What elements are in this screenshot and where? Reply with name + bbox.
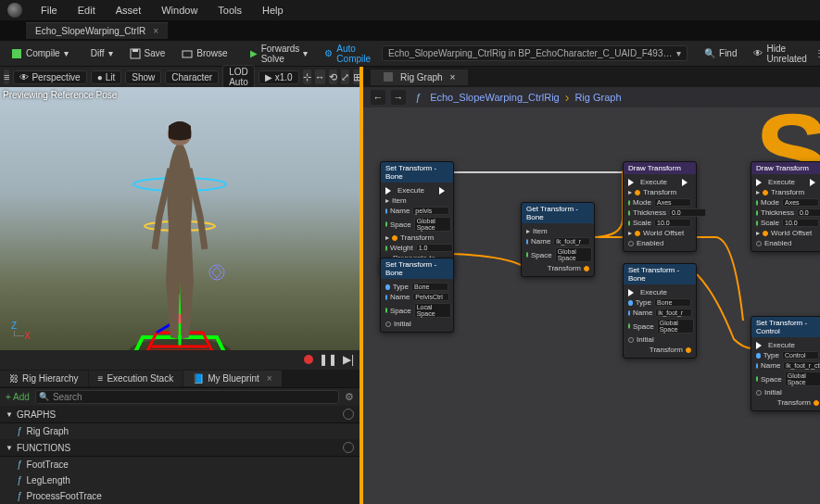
section-graphs[interactable]: ▼GRAPHS <box>0 406 360 423</box>
unreal-logo-icon <box>7 3 22 18</box>
pause-button[interactable]: ❚❚ <box>319 353 337 366</box>
graph-tab[interactable]: Rig Graph× <box>371 69 468 85</box>
function-item[interactable]: ƒFootTrace <box>0 457 360 472</box>
document-tab-bar: Echo_SlopeWarping_CtrlR × <box>0 20 820 41</box>
character-mesh <box>124 96 235 350</box>
breadcrumb: ← → ƒ Echo_SlopeWarping_CtrlRig › Rig Gr… <box>363 87 820 107</box>
asset-path-dropdown[interactable]: Echo_SlopeWarping_CtrlRig in BP_EchoChar… <box>382 45 688 61</box>
compile-button[interactable]: Compile▾ <box>6 45 74 62</box>
menu-edit[interactable]: Edit <box>69 3 105 18</box>
menu-window[interactable]: Window <box>152 3 207 18</box>
panel-toolbar: + Add Search ⚙ <box>0 388 360 407</box>
transform-scale-button[interactable]: ⤢ <box>341 69 349 84</box>
character-dropdown[interactable]: Character <box>165 70 219 84</box>
viewport-toolbar: ≡ 👁 Perspective ● Lit Show Character LOD… <box>0 67 360 87</box>
node-get-transform-bone[interactable]: Get Transform - Bone ▸ Item Nameik_foot_… <box>521 202 595 277</box>
close-icon[interactable]: × <box>267 373 272 384</box>
lit-dropdown[interactable]: ● Lit <box>91 70 122 84</box>
function-item[interactable]: ƒProcessFootTrace <box>0 488 360 504</box>
playback-bar: ❚❚ ▶| <box>0 350 360 370</box>
tab-execution-stack[interactable]: ≡ Execution Stack <box>89 371 183 386</box>
function-item[interactable]: ƒLegLength <box>0 472 360 488</box>
show-dropdown[interactable]: Show <box>125 70 161 84</box>
document-tab-label: Echo_SlopeWarping_CtrlR <box>35 26 145 36</box>
transform-move-button[interactable]: ↔ <box>315 69 325 84</box>
add-graph-icon[interactable] <box>343 409 354 420</box>
close-icon[interactable]: × <box>450 72 456 82</box>
step-button[interactable]: ▶| <box>343 353 354 366</box>
record-button[interactable] <box>304 355 313 364</box>
add-function-icon[interactable] <box>343 442 354 453</box>
viewport-status-label: Previewing Reference Pose <box>3 90 117 100</box>
menu-bar: File Edit Asset Window Tools Help <box>0 0 820 20</box>
search-input[interactable]: Search <box>35 390 339 404</box>
lod-dropdown[interactable]: LOD Auto <box>222 65 255 89</box>
menu-asset[interactable]: Asset <box>107 3 151 18</box>
tab-my-blueprint[interactable]: 📘 My Blueprint× <box>183 371 281 386</box>
browse-button[interactable]: Browse <box>176 45 233 62</box>
function-icon: ƒ <box>415 92 421 103</box>
menu-tools[interactable]: Tools <box>208 3 251 18</box>
gear-icon[interactable]: ⚙ <box>345 391 354 403</box>
graph-icon <box>384 72 393 82</box>
transform-select-button[interactable]: ⊹ <box>303 69 311 84</box>
auto-compile-button[interactable]: ⚙Auto Compile <box>319 41 376 67</box>
node-set-transform-bone-3[interactable]: Set Transform - Bone Execute TypeBone Na… <box>623 263 697 359</box>
nav-back-button[interactable]: ← <box>371 90 385 105</box>
bottom-panel-tabs: ⛓ Rig Hierarchy ≡ Execution Stack 📘 My B… <box>0 370 360 388</box>
svg-rect-3 <box>183 51 192 57</box>
add-button[interactable]: + Add <box>6 392 30 402</box>
node-draw-transform-1[interactable]: Draw Transform Execute ▸Transform ModeAx… <box>623 161 697 252</box>
transform-rotate-button[interactable]: ⟲ <box>329 69 337 84</box>
toolbar: Compile▾ Diff▾ Save Browse ▶Forwards Sol… <box>0 41 820 67</box>
graph-tabs: Rig Graph× <box>363 67 820 87</box>
section-functions[interactable]: ▼FUNCTIONS <box>0 439 360 457</box>
graph-item-rig-graph[interactable]: ƒRig Graph <box>0 423 360 439</box>
axis-gizmo: Z └─X <box>11 321 31 341</box>
speed-button[interactable]: ▶ x1.0 <box>259 70 299 84</box>
chevron-right-icon: › <box>565 90 570 105</box>
forwards-solve-button[interactable]: ▶Forwards Solve▾ <box>245 41 314 67</box>
menu-file[interactable]: File <box>32 3 67 18</box>
nav-forward-button[interactable]: → <box>391 90 406 105</box>
breadcrumb-asset[interactable]: Echo_SlopeWarping_CtrlRig <box>430 92 560 103</box>
close-icon[interactable]: × <box>153 26 158 36</box>
diff-button[interactable]: Diff▾ <box>85 45 119 61</box>
svg-rect-2 <box>132 49 138 52</box>
document-tab[interactable]: Echo_SlopeWarping_CtrlR × <box>26 22 168 39</box>
menu-help[interactable]: Help <box>253 3 293 18</box>
node-graph-canvas[interactable]: S Set Transform - Bone Execute ▸ Item Na… <box>363 107 820 504</box>
perspective-dropdown[interactable]: 👁 Perspective <box>13 70 86 84</box>
viewport-menu-button[interactable]: ≡ <box>4 69 9 84</box>
viewport-3d[interactable]: Previewing Reference Pose Z <box>0 87 360 350</box>
hide-unrelated-button[interactable]: 👁Hide Unrelated⋮ <box>748 41 820 67</box>
node-draw-transform-2[interactable]: Draw Transform Execute ▸Transform ModeAx… <box>751 161 820 252</box>
breadcrumb-graph[interactable]: Rig Graph <box>574 92 621 103</box>
svg-rect-0 <box>12 49 21 58</box>
save-button[interactable]: Save <box>124 45 171 62</box>
find-button[interactable]: 🔍Find <box>699 45 742 61</box>
tab-rig-hierarchy[interactable]: ⛓ Rig Hierarchy <box>0 371 88 386</box>
node-set-transform-bone-2[interactable]: Set Transform - Bone TypeBone NamePelvis… <box>380 258 454 333</box>
node-set-transform-control[interactable]: Set Transform - Control Execute TypeCont… <box>751 316 820 411</box>
svg-marker-16 <box>212 267 221 278</box>
